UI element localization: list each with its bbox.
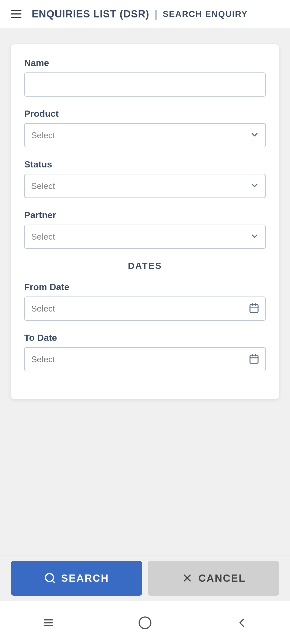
header: ENQUIRIES LIST (DSR) | SEARCH ENQUIRY [0,0,290,28]
dates-section-label: DATES [128,261,162,271]
search-button[interactable]: SEARCH [11,561,142,596]
product-select-wrapper: Select [24,123,266,147]
partner-label: Partner [24,210,266,220]
hamburger-menu-icon[interactable] [11,8,24,20]
to-date-field-group: To Date [24,332,266,371]
divider-line-left [24,266,121,266]
partner-select[interactable]: Select [24,225,266,249]
product-label: Product [24,108,266,119]
search-button-label: SEARCH [61,573,109,584]
from-date-field-group: From Date [24,282,266,321]
page-title: ENQUIRIES LIST (DSR) [32,8,149,20]
dates-divider: DATES [24,261,266,271]
svg-point-15 [139,617,151,628]
status-label: Status [24,159,266,170]
to-date-input[interactable] [24,347,266,371]
header-separator: | [155,8,157,20]
svg-line-9 [52,580,54,582]
cancel-button[interactable]: CANCEL [148,561,279,596]
cancel-button-icon [181,572,193,585]
to-date-label: To Date [24,332,266,343]
status-field-group: Status Select [24,159,266,198]
cancel-button-label: CANCEL [198,573,246,584]
name-label: Name [24,58,266,68]
name-input[interactable] [24,72,266,97]
status-select[interactable]: Select [24,174,266,198]
nav-back-button[interactable] [226,612,258,634]
from-date-input[interactable] [24,297,266,321]
partner-field-group: Partner Select [24,210,266,249]
search-form-card: Name Product Select Status Select [11,44,279,399]
search-button-icon [44,572,56,585]
name-field-group: Name [24,58,266,97]
action-bar: SEARCH CANCEL [0,555,290,601]
divider-line-right [169,266,266,266]
product-select[interactable]: Select [24,123,266,147]
product-field-group: Product Select [24,108,266,147]
nav-bar [0,601,290,644]
nav-lines-button[interactable] [32,612,64,634]
partner-select-wrapper: Select [24,225,266,249]
nav-home-button[interactable] [129,612,161,634]
from-date-wrapper [24,297,266,321]
from-date-label: From Date [24,282,266,292]
status-select-wrapper: Select [24,174,266,198]
to-date-wrapper [24,347,266,371]
header-subtitle: SEARCH ENQUIRY [163,9,248,19]
